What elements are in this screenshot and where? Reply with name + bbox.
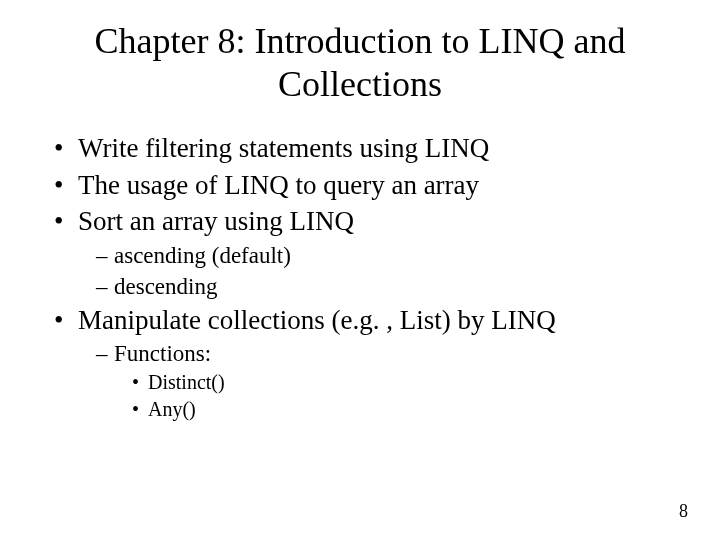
bullet-text: Sort an array using LINQ: [78, 206, 354, 236]
bullet-text: Manipulate collections (e.g. , List) by …: [78, 305, 556, 335]
sub-sub-bullet-text: Distinct(): [148, 371, 225, 393]
slide-title: Chapter 8: Introduction to LINQ and Coll…: [30, 20, 690, 106]
bullet-item: Sort an array using LINQ ascending (defa…: [54, 203, 690, 302]
sub-bullet-text: Functions:: [114, 341, 211, 366]
bullet-item: Manipulate collections (e.g. , List) by …: [54, 302, 690, 423]
sub-sub-list: Distinct() Any(): [114, 369, 690, 423]
sub-bullet-item: descending: [96, 271, 690, 302]
bullet-item: The usage of LINQ to query an array: [54, 167, 690, 203]
bullet-text: The usage of LINQ to query an array: [78, 170, 479, 200]
sub-bullet-item: Functions: Distinct() Any(): [96, 338, 690, 423]
sub-list: ascending (default) descending: [78, 240, 690, 302]
sub-bullet-text: descending: [114, 274, 217, 299]
bullet-item: Write filtering statements using LINQ: [54, 130, 690, 166]
sub-sub-bullet-item: Any(): [132, 396, 690, 423]
sub-sub-bullet-item: Distinct(): [132, 369, 690, 396]
bullet-text: Write filtering statements using LINQ: [78, 133, 489, 163]
main-bullet-list: Write filtering statements using LINQ Th…: [30, 130, 690, 423]
sub-sub-bullet-text: Any(): [148, 398, 196, 420]
sub-list: Functions: Distinct() Any(): [78, 338, 690, 423]
sub-bullet-item: ascending (default): [96, 240, 690, 271]
sub-bullet-text: ascending (default): [114, 243, 291, 268]
page-number: 8: [679, 501, 688, 522]
